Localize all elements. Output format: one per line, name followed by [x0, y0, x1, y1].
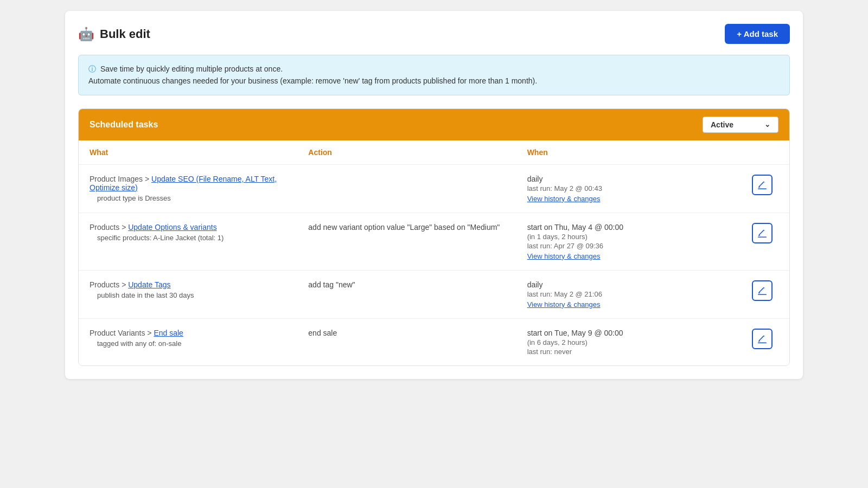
view-history-link-1[interactable]: View history & changes — [527, 252, 746, 260]
chevron-down-icon: ⌄ — [764, 120, 770, 129]
what-cell-2: Products > Update Tags publish date in t… — [90, 280, 308, 299]
what-link-1[interactable]: Update Options & variants — [128, 223, 216, 232]
page-title-group: 🤖 Bulk edit — [78, 27, 150, 42]
edit-icon-2 — [758, 286, 767, 295]
action-cell-3: end sale — [308, 329, 527, 337]
svg-rect-1 — [758, 236, 767, 237]
when-line1-3: start on Tue, May 9 @ 00:00 — [527, 329, 746, 337]
when-line3-3: last run: never — [527, 348, 746, 356]
edit-icon-0 — [758, 181, 767, 189]
status-dropdown-value: Active — [711, 120, 733, 129]
scheduled-tasks-label: Scheduled tasks — [90, 120, 158, 130]
table-header: What Action When — [79, 140, 789, 165]
what-cell-3: Product Variants > End sale tagged with … — [90, 329, 308, 348]
what-link-3[interactable]: End sale — [154, 329, 183, 337]
when-cell-1: start on Thu, May 4 @ 00:00 (in 1 days, … — [527, 223, 746, 260]
when-line1-1: start on Thu, May 4 @ 00:00 — [527, 223, 746, 232]
add-task-button[interactable]: + Add task — [725, 24, 790, 44]
actions-cell-2 — [746, 280, 778, 301]
table-row: Product Variants > End sale tagged with … — [79, 319, 789, 365]
what-cell-0: Product Images > Update SEO (File Rename… — [90, 175, 308, 202]
col-header-what: What — [90, 148, 308, 157]
what-category-1: Products > — [90, 223, 126, 232]
when-cell-0: daily last run: May 2 @ 00:43 View histo… — [527, 175, 746, 203]
col-header-action: Action — [308, 148, 527, 157]
card-header: Scheduled tasks Active ⌄ — [79, 109, 789, 140]
what-category-0: Product Images > — [90, 175, 149, 183]
action-cell-2: add tag "new" — [308, 280, 527, 289]
page-title: Bulk edit — [100, 27, 150, 41]
when-cell-2: daily last run: May 2 @ 21:06 View histo… — [527, 280, 746, 309]
bulk-edit-icon: 🤖 — [78, 27, 94, 42]
edit-icon-3 — [758, 335, 767, 343]
what-category-2: Products > — [90, 280, 126, 289]
actions-cell-0 — [746, 175, 778, 195]
table-row: Products > Update Tags publish date in t… — [79, 271, 789, 319]
edit-button-2[interactable] — [752, 280, 773, 301]
what-cell-1: Products > Update Options & variants spe… — [90, 223, 308, 242]
actions-cell-1 — [746, 223, 778, 243]
info-banner: ⓘ Save time by quickly editing multiple … — [78, 55, 790, 95]
when-line2-1: (in 1 days, 2 hours) — [527, 233, 746, 241]
what-sub-3: tagged with any of: on-sale — [90, 339, 308, 348]
when-cell-3: start on Tue, May 9 @ 00:00 (in 6 days, … — [527, 329, 746, 356]
svg-rect-2 — [758, 294, 767, 295]
what-sub-2: publish date in the last 30 days — [90, 291, 308, 299]
when-line2-3: (in 6 days, 2 hours) — [527, 338, 746, 346]
when-line2-0: last run: May 2 @ 00:43 — [527, 184, 746, 192]
info-banner-line1: ⓘ Save time by quickly editing multiple … — [88, 63, 780, 75]
edit-button-1[interactable] — [752, 223, 773, 243]
what-link-2[interactable]: Update Tags — [128, 280, 170, 289]
what-category-3: Product Variants > — [90, 329, 152, 337]
edit-button-3[interactable] — [752, 329, 773, 349]
svg-rect-3 — [758, 342, 767, 343]
when-line2-2: last run: May 2 @ 21:06 — [527, 290, 746, 298]
when-line3-1: last run: Apr 27 @ 09:36 — [527, 242, 746, 250]
page-header: 🤖 Bulk edit + Add task — [78, 24, 790, 44]
action-cell-1: add new variant option value "Large" bas… — [308, 223, 527, 232]
table-row: Product Images > Update SEO (File Rename… — [79, 165, 789, 213]
edit-button-0[interactable] — [752, 175, 773, 195]
col-header-when: When — [527, 148, 746, 157]
actions-cell-3 — [746, 329, 778, 349]
view-history-link-0[interactable]: View history & changes — [527, 195, 746, 203]
scheduled-tasks-card: Scheduled tasks Active ⌄ What Action Whe… — [78, 108, 790, 366]
info-banner-line2: Automate continuous changes needed for y… — [88, 75, 780, 87]
what-sub-1: specific products: A-Line Jacket (total:… — [90, 234, 308, 242]
edit-icon-1 — [758, 229, 767, 237]
when-line1-2: daily — [527, 280, 746, 289]
view-history-link-2[interactable]: View history & changes — [527, 300, 746, 309]
page-container: 🤖 Bulk edit + Add task ⓘ Save time by qu… — [65, 11, 803, 379]
status-dropdown[interactable]: Active ⌄ — [703, 117, 778, 133]
svg-rect-0 — [758, 188, 767, 189]
what-sub-0: product type is Dresses — [90, 194, 308, 202]
when-line1-0: daily — [527, 175, 746, 183]
table-row: Products > Update Options & variants spe… — [79, 213, 789, 271]
info-icon: ⓘ — [88, 65, 96, 73]
